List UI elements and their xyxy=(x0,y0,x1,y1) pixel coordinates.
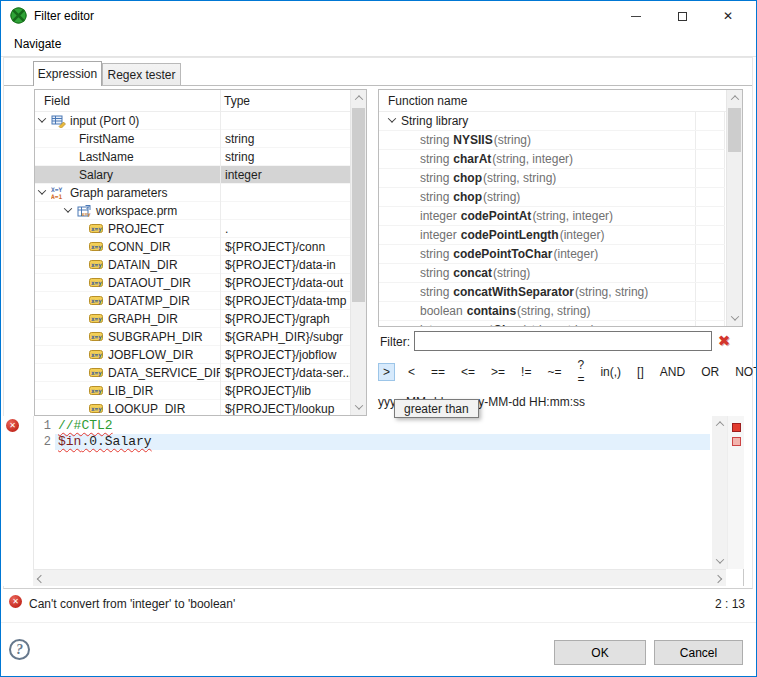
graph-parameters-icon: X=YA=1 xyxy=(51,186,67,200)
parameter-key-icon: x=y xyxy=(89,366,105,380)
code-line[interactable]: //#CTL2 xyxy=(58,418,113,434)
tree-row[interactable]: LastNamestring xyxy=(35,148,350,166)
function-list-item[interactable]: stringNYSIIS(string) xyxy=(379,131,725,150)
function-list-item[interactable]: integercodePointAt(string, integer) xyxy=(379,207,725,226)
scroll-down-icon[interactable] xyxy=(712,553,727,569)
tree-row[interactable]: x=ySUBGRAPH_DIR${GRAPH_DIR}/subgr xyxy=(35,328,350,346)
date-format-button[interactable]: yyyy-MM-dd HH:mm:ss xyxy=(460,395,585,413)
operator-button[interactable]: ~= xyxy=(544,363,564,381)
operator-button[interactable]: ?= xyxy=(574,356,587,388)
error-marker-secondary-icon[interactable] xyxy=(732,437,741,446)
chevron-down-icon[interactable] xyxy=(38,114,46,122)
ok-button[interactable]: OK xyxy=(554,640,646,665)
tree-row[interactable]: x=yDATATMP_DIR${PROJECT}/data-tmp xyxy=(35,292,350,310)
menu-navigate[interactable]: Navigate xyxy=(10,36,65,52)
operator-button[interactable]: > xyxy=(378,363,395,381)
operator-button[interactable]: < xyxy=(405,363,418,381)
tree-row[interactable]: x=yJOBFLOW_DIR${PROJECT}/jobflow xyxy=(35,346,350,364)
editor-horizontal-scrollbar[interactable] xyxy=(33,569,726,586)
scroll-down-icon[interactable] xyxy=(727,310,743,326)
titlebar[interactable]: Filter editor ✕ xyxy=(1,1,756,31)
tree-scrollbar-thumb[interactable] xyxy=(352,108,365,302)
tree-row[interactable]: x=yLOOKUP_DIR${PROJECT}/lookup xyxy=(35,400,350,415)
editor-vertical-scrollbar[interactable] xyxy=(712,416,727,569)
help-icon[interactable]: ? xyxy=(9,639,30,660)
line-number: 2 xyxy=(33,434,51,450)
filter-editor-dialog: Filter editor ✕ Navigate Expression Rege… xyxy=(0,0,757,677)
function-list-item[interactable]: stringconcat(string) xyxy=(379,264,725,283)
editor-overview-ruler[interactable] xyxy=(727,416,744,569)
function-list-item[interactable]: integercountChar(string, string) xyxy=(379,321,725,326)
tree-row[interactable]: x=yGRAPH_DIR${PROJECT}/graph xyxy=(35,310,350,328)
error-marker-icon[interactable] xyxy=(732,423,741,432)
operator-tooltip: greater than xyxy=(394,399,479,418)
tree-row-type: ${PROJECT}/conn xyxy=(220,240,350,254)
operator-button[interactable]: >= xyxy=(488,363,508,381)
tree-row[interactable]: X=YA=1Graph parameters xyxy=(35,184,350,202)
maximize-button[interactable] xyxy=(659,1,705,31)
operator-button[interactable]: == xyxy=(428,363,448,381)
operator-button[interactable]: NOT xyxy=(732,363,757,381)
tab-expression[interactable]: Expression xyxy=(33,61,102,86)
tree-row[interactable]: FirstNamestring xyxy=(35,130,350,148)
column-header-function-name[interactable]: Function name xyxy=(388,94,467,108)
scroll-up-icon[interactable] xyxy=(727,90,743,106)
function-list-item[interactable]: stringconcatWithSeparator(string, string… xyxy=(379,283,725,302)
scroll-up-icon[interactable] xyxy=(351,90,367,106)
operator-button[interactable]: [] xyxy=(634,363,647,381)
scroll-up-icon[interactable] xyxy=(712,416,727,432)
function-list-item[interactable]: stringchop(string) xyxy=(379,188,725,207)
function-list-item[interactable]: stringcodePointToChar(integer) xyxy=(379,245,725,264)
tree-scrollbar[interactable] xyxy=(350,90,366,415)
column-header-field[interactable]: Field xyxy=(44,94,70,108)
tree-row[interactable]: x=yLIB_DIR${PROJECT}/lib xyxy=(35,382,350,400)
tab-regex-tester[interactable]: Regex tester xyxy=(102,63,181,85)
function-group-label: String library xyxy=(401,114,468,128)
tree-row[interactable]: Salaryinteger xyxy=(35,166,350,184)
tree-row-type: ${PROJECT}/data-ser... xyxy=(220,366,350,380)
function-list-item[interactable]: stringchop(string, string) xyxy=(379,169,725,188)
ctl-expression-editor[interactable]: ✕1//#CTL22$in.0.Salary xyxy=(3,416,744,586)
close-icon: ✕ xyxy=(723,10,733,22)
function-scrollbar[interactable] xyxy=(726,90,742,326)
tree-row-type: integer xyxy=(220,168,350,182)
tree-row-label: SUBGRAPH_DIR xyxy=(108,330,203,344)
chevron-down-icon[interactable] xyxy=(38,186,46,194)
clear-filter-icon[interactable]: ✖ xyxy=(714,331,734,351)
function-group-row[interactable]: String library xyxy=(379,112,725,131)
scroll-right-icon[interactable] xyxy=(710,570,726,587)
chevron-down-icon[interactable] xyxy=(64,204,72,212)
function-scrollbar-thumb[interactable] xyxy=(728,108,741,152)
code-line[interactable]: $in.0.Salary xyxy=(58,434,152,450)
operator-button[interactable]: OR xyxy=(698,363,722,381)
operator-button[interactable]: AND xyxy=(657,363,688,381)
function-list-item[interactable]: integercodePointLength(integer) xyxy=(379,226,725,245)
operator-button[interactable]: != xyxy=(518,363,534,381)
chevron-down-icon[interactable] xyxy=(388,114,396,122)
tree-row[interactable]: x=yDATA_SERVICE_DIR${PROJECT}/data-ser..… xyxy=(35,364,350,382)
tree-row[interactable]: x=yPROJECT. xyxy=(35,220,350,238)
tree-row[interactable]: x=yworkspace.prm xyxy=(35,202,350,220)
current-line-highlight xyxy=(55,434,710,450)
tree-row-label: GRAPH_DIR xyxy=(108,312,178,326)
column-header-type[interactable]: Type xyxy=(224,94,250,108)
function-name: concatWithSeparator xyxy=(453,285,574,299)
operator-button[interactable]: <= xyxy=(458,363,478,381)
tree-row[interactable]: x=yDATAOUT_DIR${PROJECT}/data-out xyxy=(35,274,350,292)
function-list-item[interactable]: stringcharAt(string, integer) xyxy=(379,150,725,169)
function-list-item[interactable]: booleancontains(string, string) xyxy=(379,302,725,321)
cancel-button[interactable]: Cancel xyxy=(654,640,743,665)
function-list-panel: Function name String librarystringNYSIIS… xyxy=(378,89,743,327)
gutter-error-icon[interactable]: ✕ xyxy=(6,419,19,432)
minimize-button[interactable] xyxy=(613,1,659,31)
operator-buttons: ><==<=>=!=~=?=in(,)[]ANDORNOT xyxy=(378,360,757,384)
scroll-left-icon[interactable] xyxy=(33,570,49,587)
tree-row[interactable]: input (Port 0) xyxy=(35,112,350,130)
operator-button[interactable]: in(,) xyxy=(597,363,624,381)
close-button[interactable]: ✕ xyxy=(705,1,751,31)
tree-row[interactable]: x=yCONN_DIR${PROJECT}/conn xyxy=(35,238,350,256)
scroll-down-icon[interactable] xyxy=(351,399,367,415)
tree-row[interactable]: x=yDATAIN_DIR${PROJECT}/data-in xyxy=(35,256,350,274)
tree-row-type: ${PROJECT}/data-tmp xyxy=(220,294,350,308)
filter-input[interactable] xyxy=(414,331,712,351)
